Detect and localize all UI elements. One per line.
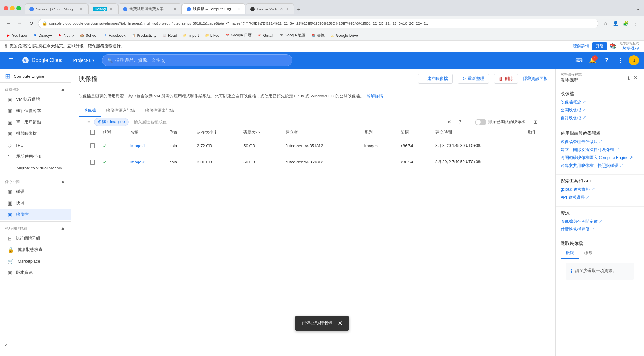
sidebar-instance-groups-collapse-icon[interactable]: ▲: [61, 226, 66, 231]
row2-more-button[interactable]: ⋮: [528, 157, 536, 167]
panel-link-public-images[interactable]: 公開映像檔 ↗: [561, 107, 639, 113]
hamburger-menu[interactable]: ☰: [5, 55, 16, 66]
extension-icon[interactable]: 🧩: [621, 19, 630, 28]
bookmark-import[interactable]: 📁 import: [180, 33, 201, 38]
sidebar-item-images[interactable]: ▣ 映像檔: [0, 209, 71, 220]
bookmark-productivity[interactable]: 📋 Productivity: [129, 33, 159, 38]
sidebar-item-vm-instances[interactable]: ▣ VM 執行個體: [0, 94, 71, 105]
deprecated-toggle[interactable]: [475, 119, 486, 125]
panel-link-gcloud[interactable]: gcloud 參考資料 ↗: [561, 187, 639, 193]
bookmark-read[interactable]: 📖 Read: [160, 33, 180, 38]
tab-images[interactable]: 映像檔: [79, 104, 101, 117]
hide-info-panel-link[interactable]: 隱藏資訊面板: [523, 76, 548, 82]
panel-link-share-images[interactable]: 跨專案共用映像檔、快照與磁碟 ↗: [561, 163, 639, 169]
bookmark-bookmarks[interactable]: 📚 書籤: [309, 32, 327, 39]
search-bar[interactable]: 🔍 搜尋 產品、資源、文件 (/): [102, 54, 292, 66]
sidebar-item-health-checks[interactable]: 🔒 健康狀態檢查: [0, 244, 71, 255]
panel-link-import-compute[interactable]: 將開磁碟映像檔匯入 Compute Engine ↗: [561, 155, 639, 161]
panel-link-paid-pricing[interactable]: 付費映像檔定價 ↗: [561, 227, 639, 233]
sidebar-collapse-btn[interactable]: ‹: [0, 339, 71, 351]
sidebar-storage-collapse-icon[interactable]: ▲: [61, 179, 66, 185]
user-avatar[interactable]: U: [629, 55, 639, 65]
description-learn-more[interactable]: 瞭解詳情: [367, 94, 383, 98]
sidebar-item-disks[interactable]: ▣ 磁碟: [0, 186, 71, 197]
row2-name-link[interactable]: image-2: [130, 160, 145, 164]
new-tab-button[interactable]: +: [294, 5, 303, 14]
more-options-button[interactable]: ⋮: [615, 55, 626, 66]
sidebar-vm-collapse-icon[interactable]: ▲: [61, 87, 66, 92]
tab-close-5[interactable]: ✕: [285, 6, 289, 12]
sidebar-item-machine-images[interactable]: ▣ 機器映像檔: [0, 128, 71, 139]
sidebar-section-vm[interactable]: 虛擬機器 ▲: [0, 84, 71, 94]
browser-menu-dots[interactable]: ⋮: [631, 19, 640, 28]
select-all-checkbox[interactable]: [90, 130, 95, 135]
project-selector[interactable]: | Project-1 ▾: [68, 56, 97, 65]
back-button[interactable]: ←: [4, 19, 13, 28]
banner-detail-link[interactable]: 瞭解詳情: [573, 43, 589, 49]
sidebar-item-snapshots[interactable]: ▣ 快照: [0, 197, 71, 209]
teaching-helper-icon[interactable]: 📚: [610, 43, 616, 49]
filter-chip-close-btn[interactable]: ✕: [122, 120, 125, 124]
bookmark-disney[interactable]: D Disney+: [30, 33, 55, 38]
filter-clear-btn[interactable]: ✕: [444, 117, 454, 127]
minimize-traffic-light[interactable]: [10, 6, 15, 10]
sidebar-section-storage[interactable]: 儲存空間 ▲: [0, 176, 71, 186]
sidebar-item-committed-use[interactable]: 🏷 承諾使用折扣: [0, 151, 71, 162]
teaching-course-link[interactable]: 教學課程: [622, 46, 639, 51]
sidebar-item-instance-templates[interactable]: ▣ 執行個體範本: [0, 105, 71, 116]
tab-github[interactable]: Lanznx/Zudii_v3 ✕: [246, 3, 294, 14]
panel-link-storage-pricing[interactable]: 映像檔儲存空間定價 ↗: [561, 219, 639, 225]
delete-button[interactable]: 🗑 刪除: [494, 74, 518, 84]
bookmark-gmaps[interactable]: 🗺 Google 地圖: [276, 32, 308, 39]
browser-menu-icon[interactable]: ⌄: [635, 5, 640, 12]
tab-close-3[interactable]: ✕: [173, 6, 177, 12]
sidebar-section-instance-groups[interactable]: 執行個體群組 ▲: [0, 223, 71, 233]
tab-close-1[interactable]: ✕: [79, 6, 83, 12]
forward-button[interactable]: →: [15, 19, 24, 28]
sidebar-item-tpu[interactable]: ◇ TPU: [0, 139, 71, 151]
bookmark-gcalendar[interactable]: 📅 Google 日曆: [222, 32, 254, 39]
bookmark-liked[interactable]: 📁 Liked: [202, 33, 222, 38]
sidebar-item-release-notes[interactable]: ▣ 版本資訊: [0, 267, 71, 278]
tab-close-2[interactable]: ✕: [109, 6, 113, 12]
tab-image-export-history[interactable]: 映像檔匯出記錄: [140, 104, 179, 117]
sidebar-item-sole-tenant[interactable]: ▣ 單一用戶節點: [0, 116, 71, 128]
panel-tab-overview[interactable]: 概觀: [561, 248, 579, 259]
row1-more-button[interactable]: ⋮: [528, 141, 536, 151]
tab-images-compute[interactable]: 映像檔 – Compute Engine – Pr... ✕: [182, 3, 245, 14]
bookmark-school[interactable]: 🏫 School: [77, 33, 100, 38]
filter-help-btn[interactable]: ?: [455, 117, 465, 127]
bookmark-icon[interactable]: ☆: [601, 19, 610, 28]
maximize-traffic-light[interactable]: [16, 6, 21, 10]
panel-tab-labels[interactable]: 標籤: [579, 248, 597, 259]
bookmark-gdrive[interactable]: △ Google Drive: [328, 33, 361, 38]
tab-image-history[interactable]: 映像檔匯入記錄: [101, 104, 140, 117]
panel-link-api-ref[interactable]: API 參考資料 ↗: [561, 194, 639, 201]
panel-link-custom-images[interactable]: 自訂映像檔 ↗: [561, 115, 639, 121]
row1-checkbox[interactable]: [90, 143, 95, 148]
bookmark-gmail[interactable]: ✉ Gmail: [255, 33, 275, 38]
help-button[interactable]: ?: [601, 55, 612, 66]
sidebar-item-marketplace[interactable]: 🛒 Marketplace: [0, 255, 71, 267]
tab-close-4[interactable]: ✕: [236, 6, 241, 12]
tab-network-mongodb[interactable]: Network | Cloud: MongoDB Cl... ✕: [25, 3, 88, 14]
row2-checkbox[interactable]: [90, 160, 95, 165]
sidebar-collapse-icon[interactable]: ‹: [5, 342, 7, 348]
upgrade-button[interactable]: 升級: [592, 42, 607, 50]
panel-link-best-practices[interactable]: 映像檔管理最佳做法 ↗: [561, 139, 639, 145]
profile-icon[interactable]: 👤: [611, 19, 620, 28]
reload-button[interactable]: ↻: [27, 19, 35, 28]
density-button[interactable]: ⊞: [531, 117, 540, 127]
sidebar-item-migrate[interactable]: → Migrate to Virtual Machin...: [0, 162, 71, 174]
create-image-button[interactable]: + 建立映像檔: [418, 74, 453, 84]
tab-free-trial[interactable]: 免費試用與免費方案 | Google ... ✕: [118, 3, 182, 14]
panel-link-image-concepts[interactable]: 映像檔概念 ↗: [561, 99, 639, 105]
panel-link-create-delete[interactable]: 建立、刪除及淘汰自訂映像檔 ↗: [561, 147, 639, 153]
filter-input[interactable]: [131, 118, 442, 126]
tab-golang[interactable]: Golang ✕: [88, 3, 118, 14]
bookmark-facebook[interactable]: f Facebook: [100, 33, 128, 38]
bookmark-youtube[interactable]: ▶ YouTube: [4, 33, 29, 38]
row1-name-link[interactable]: image-1: [130, 143, 145, 148]
panel-info-button[interactable]: ℹ: [627, 74, 631, 82]
cloud-shell-button[interactable]: ⌨: [573, 55, 584, 66]
